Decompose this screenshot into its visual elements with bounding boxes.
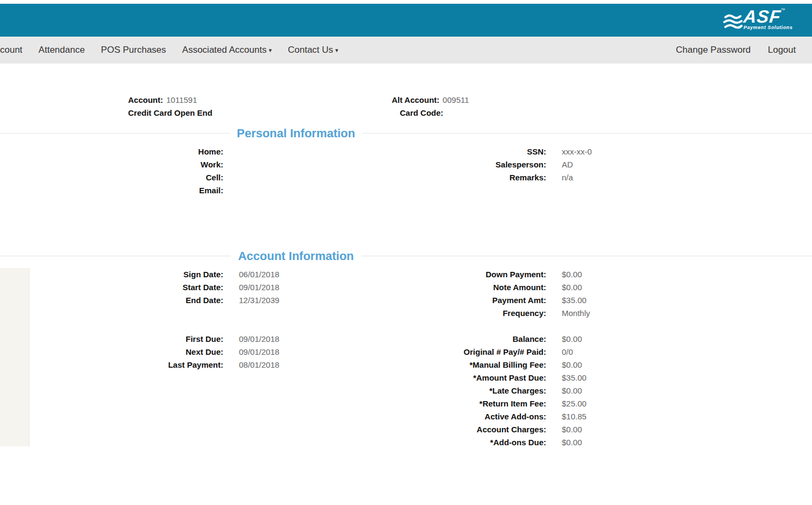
- nav-item-contact-us[interactable]: Contact Us: [288, 45, 338, 55]
- field-label: Down Payment:: [0, 270, 546, 279]
- field-label: *Amount Past Due:: [0, 373, 546, 383]
- field-label: *Add-ons Due:: [0, 438, 546, 447]
- account-value: 1011591: [166, 95, 197, 104]
- field-label: Original # Pay/# Paid:: [0, 347, 546, 357]
- field-label: Frequency:: [0, 308, 546, 318]
- field-label: Email:: [0, 186, 223, 195]
- navbar-left-group: count Attendance POS Purchases Associate…: [0, 45, 338, 55]
- logo-text: ASF: [743, 8, 781, 25]
- field-value: $0.00: [562, 438, 582, 447]
- account-info-title: Account Information: [0, 250, 592, 263]
- field-row-frequency: Frequency: Monthly: [0, 308, 812, 318]
- section-title-text: Personal Information: [229, 127, 363, 140]
- field-row-balance: Balance: $0.00: [0, 334, 812, 344]
- asf-logo: ASF™ Payment Solutions: [723, 8, 793, 33]
- card-code-line: Card Code:: [400, 108, 447, 118]
- personal-info-title: Personal Information: [0, 127, 592, 140]
- nav-item-logout[interactable]: Logout: [768, 45, 796, 55]
- alt-account-label: Alt Account:: [392, 95, 440, 104]
- field-row-manual-billing-fee: *Manual Billing Fee: $0.00: [0, 360, 812, 370]
- field-label: *Return Item Fee:: [0, 399, 546, 409]
- nav-item-pos-purchases[interactable]: POS Purchases: [101, 45, 166, 55]
- field-value: $35.00: [562, 373, 587, 383]
- field-label: Salesperson:: [0, 160, 546, 170]
- field-value: $25.00: [562, 399, 587, 409]
- field-value: $0.00: [562, 425, 582, 434]
- field-label: Remarks:: [0, 173, 546, 183]
- field-row-down-payment: Down Payment: $0.00: [0, 270, 812, 279]
- section-title-text: Account Information: [230, 250, 361, 263]
- account-type: Credit Card Open End: [128, 108, 213, 117]
- field-row-account-charges: Account Charges: $0.00: [0, 425, 812, 434]
- nav-item-label: count: [0, 45, 23, 55]
- field-label: Active Add-ons:: [0, 412, 546, 422]
- main-navbar: count Attendance POS Purchases Associate…: [0, 37, 812, 64]
- nav-item-label: Change Password: [676, 45, 751, 55]
- field-row-amount-past-due: *Amount Past Due: $35.00: [0, 373, 812, 383]
- field-value: $0.00: [562, 283, 582, 292]
- alt-account-line: Alt Account:009511: [392, 95, 469, 105]
- trademark-symbol: ™: [781, 8, 785, 12]
- nav-item-account-truncated[interactable]: count: [0, 45, 23, 55]
- field-row-salesperson: Salesperson: AD: [0, 160, 812, 170]
- field-label: Account Charges:: [0, 425, 546, 434]
- field-value: $0.00: [562, 360, 582, 370]
- alt-account-value: 009511: [443, 95, 469, 104]
- field-value: xxx-xx-0: [562, 147, 592, 157]
- card-code-label: Card Code:: [400, 108, 443, 117]
- field-value: $35.00: [562, 296, 587, 305]
- field-value: 0/0: [562, 347, 573, 357]
- field-value: $0.00: [562, 270, 582, 279]
- field-row-original-pay-paid: Original # Pay/# Paid: 0/0: [0, 347, 812, 357]
- field-label: Balance:: [0, 334, 546, 344]
- account-number-line: Account:1011591: [128, 95, 197, 105]
- field-value: Monthly: [562, 308, 590, 318]
- field-row-remarks: Remarks: n/a: [0, 173, 812, 183]
- field-value: $10.85: [562, 412, 587, 422]
- nav-item-label: Logout: [768, 45, 796, 55]
- chevron-down-icon: [269, 47, 272, 54]
- account-type-line: Credit Card Open End: [128, 108, 213, 118]
- nav-item-associated-accounts[interactable]: Associated Accounts: [182, 45, 272, 55]
- chevron-down-icon: [335, 47, 338, 54]
- nav-item-label: Contact Us: [288, 45, 333, 55]
- field-row-return-item-fee: *Return Item Fee: $25.00: [0, 399, 812, 409]
- page: ASF™ Payment Solutions count Attendance …: [0, 0, 812, 505]
- field-label: SSN:: [0, 147, 546, 157]
- brand-header-bar: ASF™ Payment Solutions: [0, 4, 812, 37]
- field-label: Payment Amt:: [0, 296, 546, 305]
- navbar-right-group: Change Password Logout: [676, 45, 812, 55]
- field-row-email: Email:: [0, 186, 812, 195]
- field-label: *Manual Billing Fee:: [0, 360, 546, 370]
- field-value: AD: [562, 160, 573, 170]
- logo-text-block: ASF™ Payment Solutions: [744, 8, 793, 30]
- field-label: *Late Charges:: [0, 386, 546, 396]
- nav-item-label: Attendance: [39, 45, 85, 55]
- account-label: Account:: [128, 95, 163, 104]
- nav-item-label: Associated Accounts: [182, 45, 267, 55]
- field-value: $0.00: [562, 334, 582, 344]
- field-row-active-add-ons: Active Add-ons: $10.85: [0, 412, 812, 422]
- nav-item-change-password[interactable]: Change Password: [676, 45, 751, 55]
- field-row-payment-amt: Payment Amt: $35.00: [0, 296, 812, 305]
- field-row-late-charges: *Late Charges: $0.00: [0, 386, 812, 396]
- nav-item-attendance[interactable]: Attendance: [39, 45, 85, 55]
- field-value: n/a: [562, 173, 573, 183]
- field-row-add-ons-due: *Add-ons Due: $0.00: [0, 438, 812, 447]
- field-label: Note Amount:: [0, 283, 546, 292]
- nav-item-label: POS Purchases: [101, 45, 166, 55]
- field-row-ssn: SSN: xxx-xx-0: [0, 147, 812, 157]
- field-value: $0.00: [562, 386, 582, 396]
- field-row-note-amount: Note Amount: $0.00: [0, 283, 812, 292]
